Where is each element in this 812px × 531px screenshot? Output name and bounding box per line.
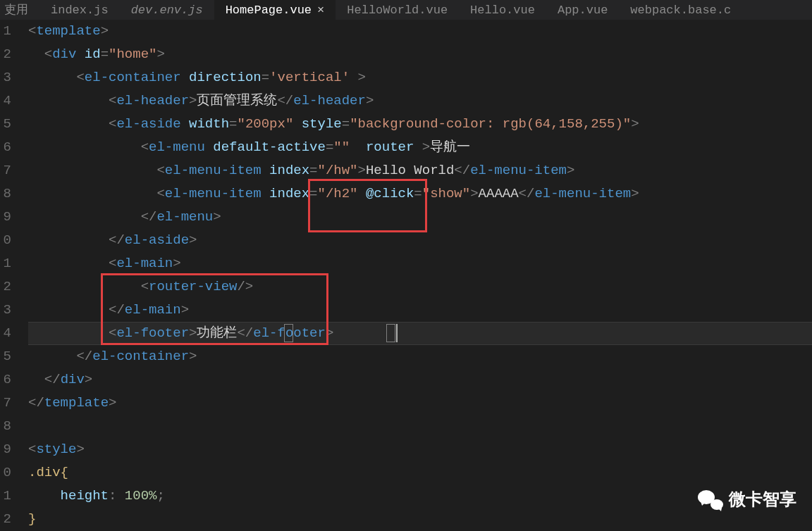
tab-helloworld-vue[interactable]: HelloWorld.vue bbox=[336, 0, 459, 20]
code-line: <el-menu-item index="/h2" @click="show">… bbox=[28, 182, 812, 206]
tab-dev-env-js[interactable]: dev.env.js bbox=[120, 0, 214, 20]
close-icon[interactable]: × bbox=[317, 0, 324, 20]
code-line: <el-container direction='vertical' > bbox=[28, 66, 812, 89]
code-line: </template> bbox=[28, 392, 812, 415]
code-line: <el-aside width="200px" style="backgroun… bbox=[28, 113, 812, 136]
tab-label: 吏用 bbox=[4, 0, 28, 20]
tab-label: index.js bbox=[51, 0, 109, 20]
code-line: </el-menu> bbox=[28, 206, 812, 229]
tab-label: HelloWorld.vue bbox=[347, 0, 448, 20]
code-line: </el-aside> bbox=[28, 229, 812, 252]
code-line: </el-container> bbox=[28, 345, 812, 368]
tab-hello-vue[interactable]: Hello.vue bbox=[459, 0, 546, 20]
code-line: <style> bbox=[28, 438, 812, 461]
tab-homepage-vue[interactable]: HomePage.vue × bbox=[214, 0, 336, 20]
line-number-gutter: 123 456 789 012 345 678 901 2 bbox=[0, 20, 13, 531]
code-line: <div id="home"> bbox=[28, 43, 812, 66]
editor-tabbar: 吏用 index.js dev.env.js HomePage.vue × He… bbox=[0, 0, 812, 20]
code-line bbox=[28, 415, 812, 438]
tab-label: Hello.vue bbox=[470, 0, 535, 20]
tab-index-js[interactable]: index.js bbox=[39, 0, 120, 20]
code-editor[interactable]: 123 456 789 012 345 678 901 2 <template>… bbox=[0, 20, 812, 531]
code-line: <el-main> bbox=[28, 252, 812, 275]
code-line: </div> bbox=[28, 368, 812, 392]
code-line: <template> bbox=[28, 20, 812, 43]
code-line: <el-menu default-active="" router >导航一 bbox=[28, 136, 812, 159]
tab-partial[interactable]: 吏用 bbox=[0, 0, 39, 20]
code-line: } bbox=[28, 508, 812, 531]
code-line: <el-menu-item index="/hw">Hello World</e… bbox=[28, 159, 812, 182]
code-line: height: 100%; bbox=[28, 485, 812, 508]
tab-webpack-base[interactable]: webpack.base.c bbox=[619, 0, 742, 20]
code-line: .div{ bbox=[28, 461, 812, 485]
code-line: <router-view/> bbox=[28, 275, 812, 299]
code-line: <el-header>页面管理系统</el-header> bbox=[28, 89, 812, 113]
tab-label: HomePage.vue bbox=[226, 0, 312, 20]
tab-label: webpack.base.c bbox=[630, 0, 731, 20]
code-line: </el-main> bbox=[28, 299, 812, 322]
tab-app-vue[interactable]: App.vue bbox=[546, 0, 619, 20]
code-line-current: <el-footer>功能栏</el-footer> bbox=[28, 322, 812, 345]
tab-label: App.vue bbox=[558, 0, 608, 20]
tab-label: dev.env.js bbox=[131, 0, 203, 20]
code-area[interactable]: <template> <div id="home"> <el-container… bbox=[13, 20, 812, 531]
